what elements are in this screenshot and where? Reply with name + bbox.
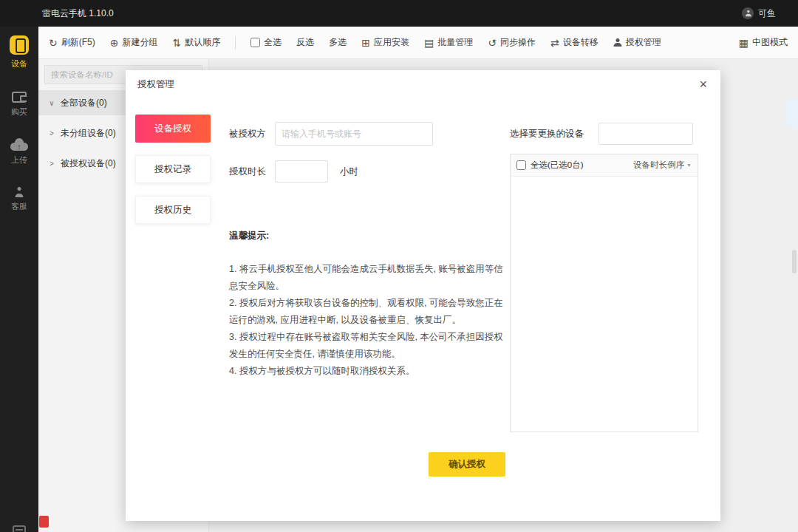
document-icon: ▤ (424, 38, 434, 48)
chevron-down-icon: ▼ (686, 163, 692, 168)
duration-input[interactable] (275, 160, 328, 183)
list-select-all-label: 全选(已选0台) (531, 160, 584, 171)
app-install-button[interactable]: ⊞ 应用安装 (361, 36, 409, 49)
tip-item: 1. 将云手机授权至他人可能会造成云手机数据丢失, 账号被盗用等信息安全风险。 (229, 261, 504, 295)
up-arrow-icon: ↑ (18, 143, 21, 151)
sync-icon: ↺ (488, 38, 497, 48)
person-icon (744, 10, 751, 16)
toolbar-divider (235, 36, 236, 50)
tab-auth-history[interactable]: 授权历史 (135, 196, 211, 224)
select-all-checkbox[interactable] (250, 38, 260, 47)
sidebar-item-label: 设备 (11, 58, 27, 69)
auth-manage-button[interactable]: 授权管理 (613, 36, 661, 49)
toolbar: ↻ 刷新(F5) ⊕ 新建分组 ⇅ 默认顺序 全选 反选 多选 ⊞ 应用安装 ▤… (38, 27, 798, 59)
auth-manage-label: 授权管理 (626, 36, 661, 49)
sidebar-item-device[interactable]: 设备 (10, 35, 29, 69)
tip-item: 4. 授权方与被授权方可以随时取消授权关系。 (229, 363, 504, 380)
app-title: 雷电云手机 1.10.0 (42, 7, 114, 20)
tab-device-auth[interactable]: 设备授权 (135, 115, 211, 143)
invert-select-label: 反选 (296, 36, 314, 49)
app-window: 雷电云手机 1.10.0 可鱼 设备 购买 ↑ 上传 客服 ↻ 刷新(F5) (0, 0, 798, 532)
group-label: 全部设备(0) (61, 97, 107, 109)
floating-side-widget[interactable] (786, 98, 798, 129)
device-list-header: 全选(已选0台) 设备时长倒序 ▼ (511, 154, 698, 177)
transfer-arrows-icon: ⇄ (550, 38, 559, 48)
device-transfer-button[interactable]: ⇄ 设备转移 (550, 36, 598, 49)
default-order-label: 默认顺序 (185, 36, 220, 49)
device-select-label: 选择要更换的设备 (510, 128, 593, 140)
activity-badge-icon[interactable] (39, 516, 49, 528)
refresh-button[interactable]: ↻ 刷新(F5) (49, 36, 95, 49)
chevron-right-icon: > (48, 160, 55, 168)
view-mode-label: 中图模式 (752, 36, 788, 49)
device-select-input[interactable] (598, 123, 693, 145)
tip-item: 2. 授权后对方将获取该台设备的控制、观看权限, 可能会导致您正在运行的游戏, … (229, 295, 504, 329)
device-transfer-label: 设备转移 (563, 36, 598, 49)
dialog-tabs: 设备授权 授权记录 授权历史 (135, 115, 211, 224)
sidebar-item-upload[interactable]: ↑ 上传 (10, 137, 28, 166)
wallet-icon (12, 92, 27, 103)
select-all-toolbar-item[interactable]: 全选 (250, 36, 282, 49)
new-group-button[interactable]: ⊕ 新建分组 (110, 36, 158, 49)
invert-select-button[interactable]: 反选 (296, 36, 314, 49)
group-label: 被授权设备(0) (61, 157, 116, 170)
sidebar-item-label: 客服 (11, 201, 27, 212)
tip-item: 3. 授权过程中存在账号被盗取等相关安全风险, 本公司不承担因授权发生的任何安全… (229, 329, 504, 363)
sidebar: 设备 购买 ↑ 上传 客服 (0, 27, 38, 532)
group-label: 未分组设备(0) (61, 127, 116, 140)
view-mode-button[interactable]: ▦ 中图模式 (739, 36, 788, 49)
tips-title: 温馨提示: (229, 230, 269, 242)
user-menu[interactable]: 可鱼 (742, 7, 776, 20)
device-select-row: 选择要更换的设备 (510, 123, 693, 145)
refresh-label: 刷新(F5) (61, 36, 95, 49)
confirm-auth-button[interactable]: 确认授权 (429, 452, 505, 477)
auth-manage-dialog: 授权管理 × 设备授权 授权记录 授权历史 被授权方 授权时长 小时 选择要更换… (126, 70, 720, 521)
support-agent-icon (14, 187, 25, 197)
sync-action-label: 同步操作 (500, 36, 536, 49)
titlebar: 雷电云手机 1.10.0 可鱼 (0, 0, 798, 27)
dialog-title: 授权管理 (137, 78, 174, 91)
dialog-header: 授权管理 × (126, 70, 720, 98)
app-grid-icon: ⊞ (361, 38, 370, 48)
duration-unit: 小时 (340, 166, 358, 178)
default-order-button[interactable]: ⇅ 默认顺序 (172, 36, 220, 49)
chevron-right-icon: > (48, 129, 55, 137)
sync-action-button[interactable]: ↺ 同步操作 (488, 36, 536, 49)
username: 可鱼 (758, 7, 776, 20)
multi-select-button[interactable]: 多选 (329, 36, 347, 49)
refresh-icon: ↻ (49, 38, 58, 48)
duration-label: 授权时长 (229, 166, 266, 178)
person-icon (613, 38, 622, 47)
authorizee-input[interactable] (275, 122, 433, 146)
phone-device-icon (10, 35, 29, 55)
select-all-label: 全选 (264, 36, 282, 49)
close-icon[interactable]: × (696, 76, 710, 92)
sidebar-item-label: 购买 (11, 106, 27, 117)
list-select-all-checkbox[interactable] (516, 160, 526, 170)
chevron-down-icon: ∨ (48, 99, 55, 107)
device-list-body (511, 177, 698, 432)
multi-select-label: 多选 (329, 36, 347, 49)
sort-dropdown[interactable]: 设备时长倒序 ▼ (633, 160, 692, 171)
tips-text: 1. 将云手机授权至他人可能会造成云手机数据丢失, 账号被盗用等信息安全风险。 … (229, 261, 504, 380)
authorizee-row: 被授权方 (229, 122, 433, 146)
sidebar-item-label: 上传 (11, 154, 27, 166)
grid-view-icon: ▦ (739, 38, 748, 48)
cloud-upload-icon: ↑ (10, 138, 28, 151)
new-group-label: 新建分组 (122, 36, 157, 49)
sidebar-item-buy[interactable]: 购买 (11, 89, 27, 117)
sort-arrows-icon: ⇅ (172, 38, 181, 48)
sidebar-item-support[interactable]: 客服 (11, 185, 27, 212)
duration-row: 授权时长 小时 (229, 160, 358, 183)
list-icon[interactable] (13, 525, 26, 532)
tab-auth-record[interactable]: 授权记录 (135, 155, 211, 183)
add-group-icon: ⊕ (110, 38, 119, 48)
sort-label: 设备时长倒序 (633, 160, 684, 171)
authorizee-label: 被授权方 (229, 128, 266, 140)
scrollbar-thumb[interactable] (792, 250, 797, 273)
batch-manage-button[interactable]: ▤ 批量管理 (424, 36, 473, 49)
device-select-list: 全选(已选0台) 设备时长倒序 ▼ (510, 154, 698, 432)
app-install-label: 应用安装 (374, 36, 409, 49)
batch-manage-label: 批量管理 (437, 36, 473, 49)
user-avatar-icon (742, 7, 754, 19)
